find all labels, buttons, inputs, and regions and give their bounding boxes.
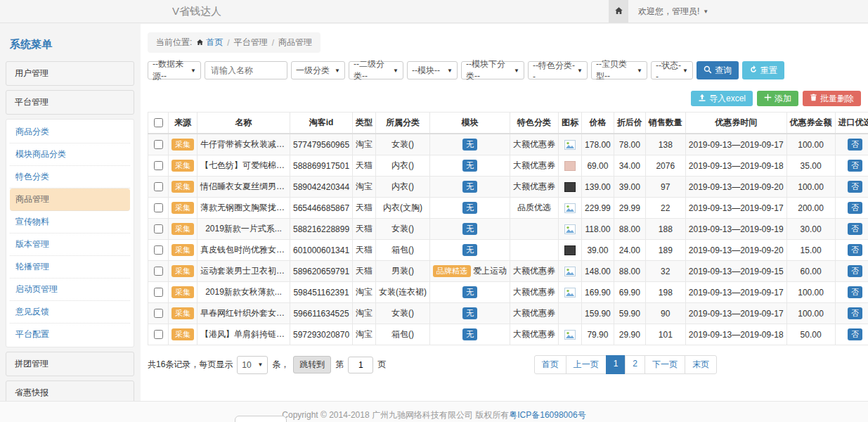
price-cell: 118.00	[582, 219, 614, 240]
row-checkbox[interactable]	[154, 309, 163, 318]
module-cell: 无	[430, 324, 510, 345]
row-checkbox[interactable]	[154, 140, 163, 149]
pager-button-首页[interactable]: 首页	[534, 355, 566, 374]
level1-category-select[interactable]: 一级分类▼	[291, 61, 345, 79]
row-checkbox[interactable]	[154, 245, 163, 255]
add-button[interactable]: 添加	[757, 91, 798, 106]
row-checkbox[interactable]	[154, 224, 163, 234]
query-button[interactable]: 查询	[697, 61, 739, 79]
name-cell: 薄款无钢圈文胸聚拢性...	[197, 198, 290, 219]
status-select[interactable]: --状态--▼	[651, 61, 693, 79]
price-cell: 169.90	[582, 282, 614, 303]
breadcrumb: 当前位置: 首页 / 平台管理 / 商品管理	[148, 32, 320, 53]
sidebar-item-宣传物料[interactable]: 宣传物料	[10, 211, 130, 234]
home-button[interactable]	[609, 0, 628, 23]
icp-link[interactable]: 粤ICP备16098006号	[509, 410, 585, 420]
coupon-amount-cell: 100.00	[786, 134, 835, 155]
coupon-amount-cell: 15.00	[786, 240, 835, 261]
breadcrumb-separator: /	[272, 38, 274, 48]
taoke-id-cell: 598451162391	[290, 282, 353, 303]
reset-button[interactable]: 重置	[742, 61, 784, 79]
feature-category-cell: 大额优惠券	[510, 134, 559, 155]
sidebar-item-平台配置[interactable]: 平台配置	[10, 324, 130, 345]
sidebar-item-特色分类[interactable]: 特色分类	[10, 166, 130, 188]
row-select-cell	[148, 219, 169, 240]
row-checkbox[interactable]	[154, 182, 163, 191]
module-subcategory-select[interactable]: --模块下分类--▼	[461, 61, 524, 79]
sidebar-group-用户管理[interactable]: 用户管理	[6, 61, 134, 86]
module-badge: 无	[462, 307, 477, 319]
page-number-input[interactable]	[348, 357, 373, 373]
source-cell: 采集	[169, 240, 197, 261]
select-all-checkbox[interactable]	[154, 118, 163, 127]
icon-cell	[559, 324, 582, 345]
row-checkbox[interactable]	[154, 267, 163, 276]
import-select-badge: 否	[848, 328, 862, 340]
module-badge: 无	[462, 223, 477, 235]
jump-button[interactable]: 跳转到	[293, 356, 331, 373]
feature-category-select[interactable]: --特色分类--▼	[528, 61, 588, 79]
chevron-down-icon: ▼	[447, 68, 453, 74]
type-cell: 天猫	[353, 198, 376, 219]
page-footer: Copyright © 2014-2018 广州九驰网络科技有限公司 版权所有粤…	[0, 401, 868, 422]
sidebar-item-启动页管理[interactable]: 启动页管理	[10, 279, 130, 301]
sidebar-item-意见反馈[interactable]: 意见反馈	[10, 301, 130, 324]
sidebar-submenu: 商品分类模块商品分类特色分类商品管理宣传物料版本管理轮播管理启动页管理意见反馈平…	[6, 119, 134, 347]
type-cell: 淘宝	[353, 177, 376, 198]
row-select-cell	[148, 134, 169, 155]
home-icon	[196, 38, 204, 48]
batch-delete-button[interactable]: 批量删除	[803, 91, 861, 106]
import-excel-button[interactable]: 导入excel	[691, 91, 753, 106]
taoke-id-cell: 596611634525	[290, 303, 353, 324]
sidebar-item-版本管理[interactable]: 版本管理	[10, 234, 130, 256]
user-menu[interactable]: 欢迎您，管理员! ▼	[638, 6, 708, 18]
level2-category-select[interactable]: --二级分类--▼	[349, 61, 403, 79]
data-source-select[interactable]: --数据来源--▼	[148, 61, 201, 79]
taoke-id-cell: 601000601341	[290, 240, 353, 261]
icon-cell	[559, 198, 582, 219]
app-title: V省钱达人	[172, 5, 221, 18]
plus-icon	[764, 94, 772, 103]
pager-button-上一页[interactable]: 上一页	[566, 355, 607, 374]
sidebar-item-商品分类[interactable]: 商品分类	[10, 121, 130, 143]
row-select-cell	[148, 177, 169, 198]
source-cell: 采集	[169, 261, 197, 282]
taoke-id-cell: 588869917501	[290, 155, 353, 177]
module-select[interactable]: --模块--▼	[407, 61, 458, 79]
source-cell: 采集	[169, 134, 197, 155]
chevron-down-icon: ▼	[335, 68, 340, 74]
module-cell: 无	[430, 134, 510, 155]
sidebar-group-拼团管理[interactable]: 拼团管理	[6, 352, 134, 376]
row-checkbox[interactable]	[154, 161, 163, 170]
module-text: 爱上运动	[473, 266, 507, 276]
module-badge: 品牌精选	[433, 265, 471, 277]
sidebar-group-平台管理[interactable]: 平台管理	[6, 90, 134, 115]
row-checkbox[interactable]	[154, 288, 163, 297]
pager-button-2[interactable]: 2	[625, 355, 645, 374]
coupon-time-cell: 2019-09-13—2019-09-19	[685, 219, 786, 240]
table-row: 采集情侣睡衣女夏丝绸男士...589042420344淘宝内衣()无大额优惠券1…	[148, 177, 868, 198]
category-cell: 女装(连衣裙)	[376, 282, 430, 303]
breadcrumb-prefix: 当前位置:	[156, 37, 192, 49]
import-select-badge: 否	[848, 307, 862, 319]
item-type-select[interactable]: --宝贝类型--▼	[591, 61, 647, 79]
bottom-left-widget	[235, 416, 287, 422]
sales-cell: 198	[645, 282, 685, 303]
sidebar-item-模块商品分类[interactable]: 模块商品分类	[10, 143, 130, 166]
taoke-id-cell: 589042420344	[290, 177, 353, 198]
breadcrumb-home-link[interactable]: 首页	[196, 37, 223, 49]
pager-button-末页[interactable]: 末页	[685, 355, 717, 374]
sidebar-item-轮播管理[interactable]: 轮播管理	[10, 256, 130, 279]
feature-category-cell: 大额优惠券	[510, 177, 559, 198]
per-page-select[interactable]: 10▼	[237, 356, 268, 374]
pager-button-1[interactable]: 1	[606, 355, 626, 374]
trash-icon	[810, 94, 817, 103]
category-cell: 女装()	[376, 134, 430, 155]
column-header-来源: 来源	[169, 113, 197, 134]
row-checkbox[interactable]	[154, 203, 163, 212]
row-checkbox[interactable]	[154, 330, 163, 339]
name-search-input[interactable]	[205, 61, 287, 79]
summary-mid: 条，	[272, 359, 289, 371]
sidebar-item-商品管理[interactable]: 商品管理	[10, 188, 130, 211]
pager-button-下一页[interactable]: 下一页	[644, 355, 685, 374]
